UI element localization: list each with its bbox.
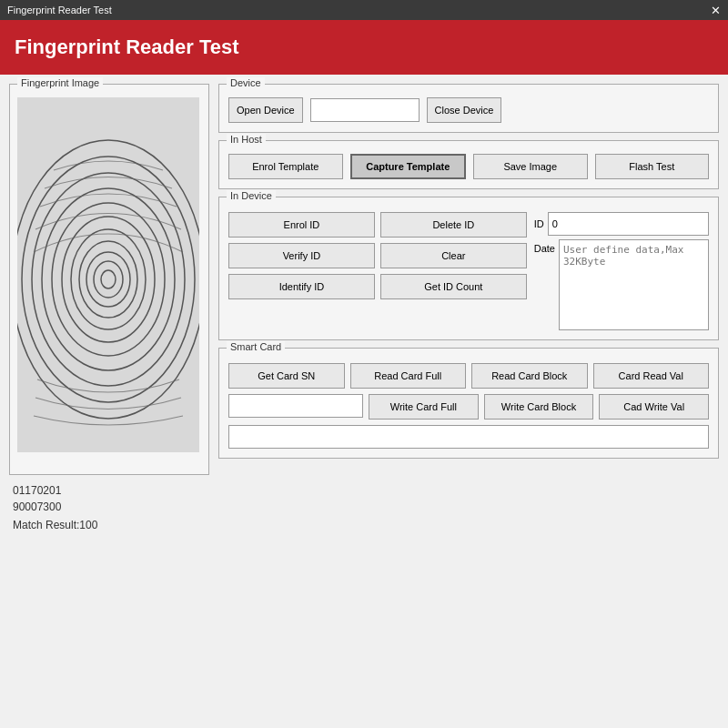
id-input[interactable] [548,212,709,236]
id-label: ID [534,218,544,229]
title-bar: Fingerprint Reader Test ✕ [0,0,728,20]
delete-id-button[interactable]: Delete ID [380,212,527,238]
card-data-input[interactable] [228,425,709,449]
info-section: 01170201 90007300 Match Result:100 [9,475,209,535]
device-group-label: Device [227,77,265,88]
date-label: Date [534,243,555,254]
card-sn-input[interactable] [228,394,363,418]
user-data-textarea[interactable] [559,239,709,330]
app-header: Fingerprint Reader Test [0,20,728,75]
app-title: Fingerprint Reader Test [15,35,239,59]
capture-template-button[interactable]: Capture Template [350,154,467,179]
smart-card-group: Smart Card Get Card SN Read Card Full Re… [218,348,719,459]
fingerprint-image [17,97,199,452]
cad-write-val-button[interactable]: Cad Write Val [599,394,709,420]
match-result: Match Result:100 [13,519,206,531]
fingerprint-group-label: Fingerprint Image [17,77,103,88]
in-device-group: In Device Enrol ID Delete ID Verify ID C… [218,197,719,340]
read-card-block-button[interactable]: Read Card Block [471,363,588,389]
read-card-full-button[interactable]: Read Card Full [350,363,467,389]
smart-card-group-label: Smart Card [227,341,285,352]
device-input[interactable] [310,98,420,122]
device-group: Device Open Device Close Device [218,84,719,133]
identify-id-button[interactable]: Identify ID [228,274,375,299]
enrol-id-button[interactable]: Enrol ID [228,212,375,238]
in-host-group-label: In Host [227,134,266,145]
svg-rect-0 [17,97,199,452]
left-panel: Fingerprint Image [9,84,209,719]
flash-test-button[interactable]: Flash Test [595,154,710,179]
open-device-button[interactable]: Open Device [228,97,303,123]
clear-button[interactable]: Clear [380,243,527,268]
close-device-button[interactable]: Close Device [427,97,502,123]
verify-id-button[interactable]: Verify ID [228,243,375,268]
write-card-block-button[interactable]: Write Card Block [484,394,594,420]
in-host-buttons-row: Enrol Template Capture Template Save Ima… [228,154,709,179]
device-row: Open Device Close Device [228,97,709,123]
in-device-group-label: In Device [227,190,276,201]
enrol-template-button[interactable]: Enrol Template [228,154,343,179]
right-panel: Device Open Device Close Device In Host … [218,84,719,719]
serial-number-2: 90007300 [13,500,206,513]
fingerprint-image-group: Fingerprint Image [9,84,209,475]
get-card-sn-button[interactable]: Get Card SN [228,363,345,389]
serial-number-1: 01170201 [13,484,206,497]
title-bar-text: Fingerprint Reader Test [7,5,112,15]
card-read-val-button[interactable]: Card Read Val [593,363,710,389]
close-button[interactable]: ✕ [711,4,721,17]
main-content: Fingerprint Image [0,75,728,728]
write-card-full-button[interactable]: Write Card Full [369,394,479,420]
save-image-button[interactable]: Save Image [473,154,588,179]
get-id-count-button[interactable]: Get ID Count [380,274,527,299]
in-host-group: In Host Enrol Template Capture Template … [218,140,719,189]
